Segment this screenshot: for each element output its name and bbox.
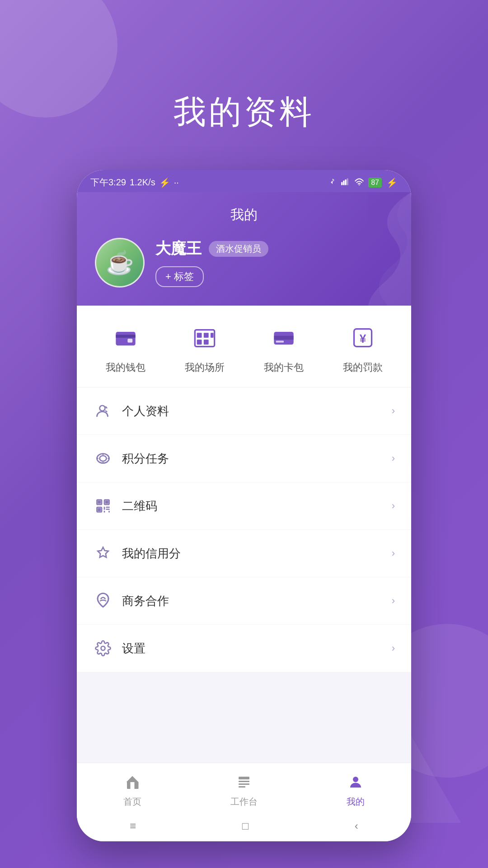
menu-item-points[interactable]: 积分任务 ›	[77, 435, 411, 482]
signal-icon	[341, 177, 350, 188]
menu-list: 个人资料 › 积分任务 ›	[77, 387, 411, 672]
points-arrow-icon: ›	[392, 453, 395, 464]
add-tag-button[interactable]: + 标签	[155, 266, 204, 287]
svg-rect-29	[99, 501, 101, 504]
svg-point-37	[101, 646, 105, 651]
system-menu-button[interactable]: ≡	[130, 820, 136, 832]
role-badge: 酒水促销员	[209, 241, 268, 257]
quick-action-wallet[interactable]: 我的钱包	[106, 322, 145, 374]
wifi-icon	[355, 177, 364, 188]
svg-rect-12	[203, 340, 208, 344]
svg-rect-9	[197, 333, 202, 338]
card-icon	[266, 322, 302, 354]
business-arrow-icon: ›	[392, 595, 395, 607]
venue-icon	[187, 322, 223, 354]
bottom-navigation: 首页 工作台 我的	[77, 763, 411, 812]
svg-point-4	[359, 184, 360, 185]
credit-menu-label: 我的信用分	[122, 546, 383, 561]
svg-rect-0	[341, 182, 343, 185]
status-left: 下午3:29 1.2K/s ⚡ ··	[90, 176, 179, 189]
home-nav-label: 首页	[123, 796, 141, 808]
settings-arrow-icon: ›	[392, 642, 395, 654]
battery-icon: 87	[368, 178, 382, 188]
svg-rect-11	[197, 340, 202, 344]
quick-action-venue[interactable]: 我的场所	[185, 322, 225, 374]
svg-rect-3	[347, 179, 348, 185]
svg-text:¥: ¥	[359, 332, 366, 345]
status-signal-icon: ⚡	[159, 177, 170, 188]
points-menu-label: 积分任务	[122, 451, 383, 467]
svg-rect-6	[116, 335, 135, 338]
card-label: 我的卡包	[264, 361, 304, 374]
settings-icon	[93, 638, 113, 658]
workbench-nav-label: 工作台	[230, 796, 258, 808]
workbench-icon	[234, 772, 254, 792]
menu-item-profile[interactable]: 个人资料 ›	[77, 387, 411, 435]
charging-icon: ⚡	[386, 177, 398, 188]
business-icon	[93, 591, 113, 611]
status-dots: ··	[174, 177, 179, 188]
avatar-image: ☕	[96, 239, 143, 286]
person-icon	[93, 401, 113, 421]
svg-rect-31	[99, 509, 101, 511]
nav-item-home[interactable]: 首页	[96, 772, 169, 808]
menu-item-business[interactable]: 商务合作 ›	[77, 577, 411, 625]
quick-action-card[interactable]: 我的卡包	[264, 322, 304, 374]
svg-point-19	[100, 406, 105, 411]
avatar: ☕	[95, 238, 145, 288]
system-nav-bar: ≡ □ ‹	[77, 812, 411, 841]
system-home-button[interactable]: □	[242, 820, 249, 832]
business-menu-label: 商务合作	[122, 593, 383, 609]
menu-item-credit[interactable]: 我的信用分 ›	[77, 530, 411, 577]
menu-item-qrcode[interactable]: 二维码 ›	[77, 482, 411, 530]
nav-item-workbench[interactable]: 工作台	[208, 772, 280, 808]
svg-rect-41	[239, 786, 245, 788]
svg-rect-38	[239, 777, 249, 779]
settings-menu-label: 设置	[122, 641, 383, 656]
svg-rect-16	[276, 341, 283, 343]
wave-decoration-icon	[321, 192, 411, 306]
credit-icon	[93, 543, 113, 563]
fine-label: 我的罚款	[343, 361, 383, 374]
svg-rect-5	[116, 332, 135, 345]
home-icon	[122, 772, 142, 792]
mine-nav-label: 我的	[347, 796, 365, 808]
status-network: 1.2K/s	[130, 177, 155, 188]
svg-rect-40	[239, 783, 249, 785]
phone-mockup: 下午3:29 1.2K/s ⚡ ··	[77, 170, 411, 841]
credit-arrow-icon: ›	[392, 547, 395, 559]
status-right: 87 ⚡	[328, 177, 398, 188]
svg-point-21	[100, 456, 107, 461]
profile-header: 我的 ☕ 大魔王 酒水促销员 + 标签	[77, 192, 411, 306]
svg-rect-39	[239, 781, 249, 782]
svg-point-42	[353, 777, 358, 782]
svg-rect-7	[127, 339, 132, 343]
status-bar: 下午3:29 1.2K/s ⚡ ··	[77, 170, 411, 192]
svg-rect-1	[343, 181, 344, 185]
empty-content-area	[77, 672, 411, 763]
points-icon	[93, 448, 113, 468]
qrcode-icon	[93, 496, 113, 516]
profile-name: 大魔王	[155, 238, 202, 259]
fine-icon: ¥	[345, 322, 381, 354]
mine-icon	[346, 772, 366, 792]
svg-rect-13	[211, 333, 214, 338]
svg-rect-30	[106, 501, 108, 504]
menu-item-settings[interactable]: 设置 ›	[77, 625, 411, 672]
svg-rect-15	[274, 336, 293, 340]
profile-arrow-icon: ›	[392, 405, 395, 417]
bluetooth-icon	[328, 177, 337, 188]
quick-actions-bar: 我的钱包 我的场所	[77, 306, 411, 387]
system-back-button[interactable]: ‹	[355, 820, 358, 832]
qrcode-menu-label: 二维码	[122, 498, 383, 514]
nav-item-mine[interactable]: 我的	[319, 772, 392, 808]
wallet-icon	[108, 322, 144, 354]
venue-label: 我的场所	[185, 361, 225, 374]
svg-rect-10	[203, 333, 208, 338]
page-title: 我的资料	[174, 90, 314, 134]
qrcode-arrow-icon: ›	[392, 500, 395, 512]
profile-menu-label: 个人资料	[122, 403, 383, 419]
quick-action-fine[interactable]: ¥ 我的罚款	[343, 322, 383, 374]
status-time: 下午3:29	[90, 176, 126, 189]
bg-decoration-circle-tl	[0, 0, 117, 118]
